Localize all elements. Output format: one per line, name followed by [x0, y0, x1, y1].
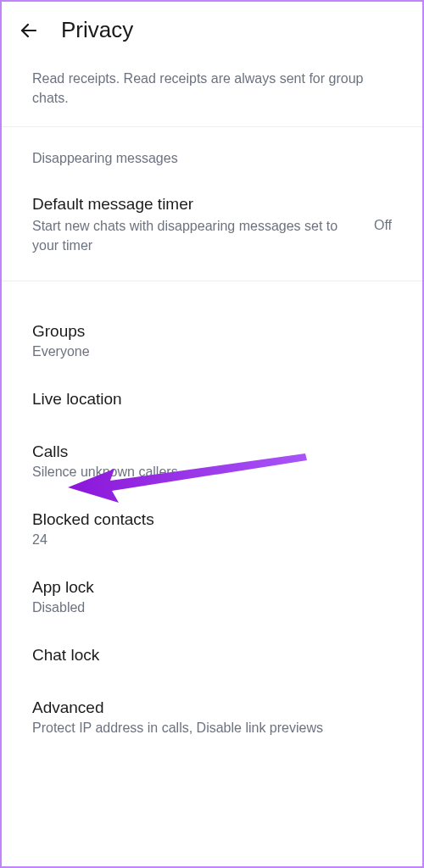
calls-title: Calls — [32, 442, 392, 461]
groups-sub: Everyone — [32, 344, 392, 359]
chat-lock-row[interactable]: Chat lock — [2, 631, 422, 683]
default-timer-text: Default message timer Start new chats wi… — [32, 195, 357, 255]
read-receipts-partial: Read receipts. Read receipts are always … — [2, 58, 422, 127]
default-timer-value: Off — [357, 218, 392, 233]
app-lock-sub: Disabled — [32, 600, 392, 615]
disappearing-header: Disappearing messages — [2, 147, 422, 183]
live-location-row[interactable]: Live location — [2, 375, 422, 427]
chat-lock-title: Chat lock — [32, 646, 392, 665]
default-timer-sub: Start new chats with disappearing messag… — [32, 217, 357, 255]
blocked-contacts-title: Blocked contacts — [32, 510, 392, 529]
header: Privacy — [2, 2, 422, 58]
advanced-sub: Protect IP address in calls, Disable lin… — [32, 721, 392, 736]
app-lock-row[interactable]: App lock Disabled — [2, 563, 422, 631]
page-title: Privacy — [61, 17, 133, 43]
groups-title: Groups — [32, 322, 392, 341]
default-timer-row[interactable]: Default message timer Start new chats wi… — [2, 183, 422, 272]
default-timer-title: Default message timer — [32, 195, 357, 214]
read-receipts-text: Read receipts. Read receipts are always … — [32, 69, 392, 108]
advanced-row[interactable]: Advanced Protect IP address in calls, Di… — [2, 683, 422, 751]
blocked-contacts-row[interactable]: Blocked contacts 24 — [2, 495, 422, 563]
back-icon[interactable] — [19, 20, 39, 41]
blocked-contacts-sub: 24 — [32, 532, 392, 548]
calls-row[interactable]: Calls Silence unknown callers — [2, 427, 422, 495]
advanced-title: Advanced — [32, 698, 392, 717]
settings-list: Groups Everyone Live location Calls Sile… — [2, 281, 422, 751]
groups-row[interactable]: Groups Everyone — [2, 307, 422, 375]
disappearing-section: Disappearing messages Default message ti… — [2, 127, 422, 281]
app-lock-title: App lock — [32, 578, 392, 597]
calls-sub: Silence unknown callers — [32, 465, 392, 480]
live-location-title: Live location — [32, 390, 392, 409]
